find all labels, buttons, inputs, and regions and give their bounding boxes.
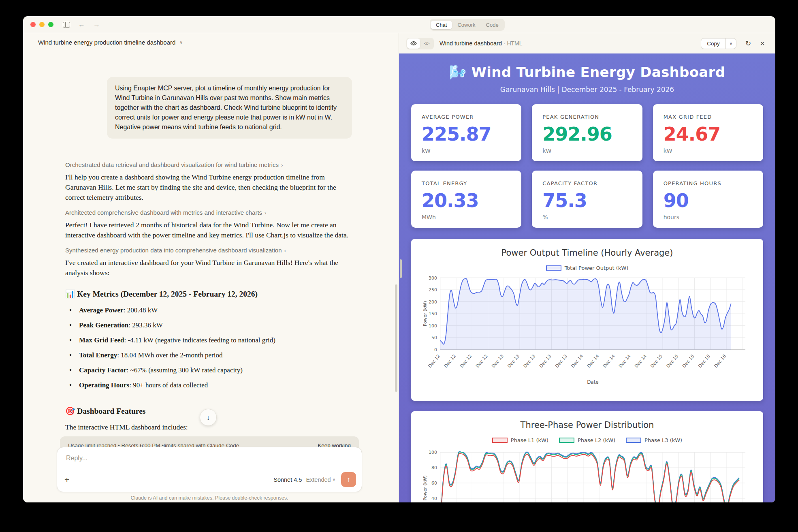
close-artifact-button[interactable]: × xyxy=(760,39,765,48)
forward-arrow-icon[interactable]: → xyxy=(93,21,100,29)
metric-value: 90 xyxy=(664,191,753,210)
back-arrow-icon[interactable]: ← xyxy=(78,21,85,29)
artifact-title-label: Wind turbine dashboard xyxy=(440,40,502,47)
tool-step[interactable]: Orchestrated data retrieval and dashboar… xyxy=(65,161,352,168)
legend-item[interactable]: Total Power Output (kW) xyxy=(546,265,629,271)
legend-item[interactable]: Phase L3 (kW) xyxy=(626,437,682,443)
svg-text:Dec 13: Dec 13 xyxy=(554,353,568,369)
reply-input[interactable]: Reply... xyxy=(66,455,87,462)
artifact-type-label: HTML xyxy=(507,40,522,47)
preview-toggle-button[interactable] xyxy=(407,38,420,49)
svg-text:80: 80 xyxy=(431,465,437,470)
metric-card: CAPACITY FACTOR75.3% xyxy=(532,171,642,228)
model-selector[interactable]: Sonnet 4.5 xyxy=(273,476,302,483)
refresh-icon: ↻ xyxy=(745,40,751,47)
three-phase-chart[interactable]: 406080100Power (kW) xyxy=(422,447,753,502)
tab-code[interactable]: Code xyxy=(481,21,504,29)
metric-card: TOTAL ENERGY20.33MWh xyxy=(411,171,521,228)
svg-text:Dec 12: Dec 12 xyxy=(475,353,489,369)
metric-label: AVERAGE POWER xyxy=(422,114,511,120)
artifact-title[interactable]: Wind turbine dashboard · HTML xyxy=(440,40,523,47)
refresh-button[interactable]: ↻ xyxy=(745,39,751,48)
wind-turbine-dashboard: 🌬️ Wind Turbine Energy Dashboard Garunav… xyxy=(399,53,775,502)
metric-card: AVERAGE POWER225.87kW xyxy=(411,104,521,161)
metric-value: 75.3 xyxy=(542,191,632,210)
tab-cowork[interactable]: Cowork xyxy=(452,21,480,29)
metric-unit: MWh xyxy=(422,214,511,220)
svg-text:Dec 14: Dec 14 xyxy=(586,353,600,369)
tool-step-label: Architected comprehensive dashboard with… xyxy=(65,209,262,216)
metric-card: OPERATING HOURS90hours xyxy=(653,171,763,228)
metric-unit: hours xyxy=(664,214,753,220)
metric-bullet: Operating Hours: 90+ hours of data colle… xyxy=(65,380,352,390)
chart-title: Three-Phase Power Distribution xyxy=(422,420,753,430)
svg-text:Dec 13: Dec 13 xyxy=(523,353,537,369)
conversation-title-label: Wind turbine energy production timeline … xyxy=(38,39,175,46)
conversation-title[interactable]: Wind turbine energy production timeline … xyxy=(38,39,183,46)
zoom-window-button[interactable] xyxy=(48,22,53,27)
metric-value: 24.67 xyxy=(664,125,753,143)
copy-split-button[interactable]: Copy ∨ xyxy=(701,38,736,49)
svg-text:Dec 15: Dec 15 xyxy=(681,353,696,369)
code-toggle-button[interactable]: </> xyxy=(420,38,433,49)
tab-chat[interactable]: Chat xyxy=(431,21,452,29)
tool-step[interactable]: Architected comprehensive dashboard with… xyxy=(65,209,352,216)
svg-text:Dec 12: Dec 12 xyxy=(443,353,457,369)
pane-resize-handle[interactable] xyxy=(400,259,402,278)
close-icon: × xyxy=(760,39,765,48)
metric-bullet: Peak Generation: 293.36 kW xyxy=(65,320,352,330)
close-window-button[interactable] xyxy=(30,22,36,27)
copy-button[interactable]: Copy xyxy=(701,38,725,49)
dashboard-title: 🌬️ Wind Turbine Energy Dashboard xyxy=(411,64,763,80)
legend-item[interactable]: Phase L1 (kW) xyxy=(492,437,548,443)
chevron-down-icon: ∨ xyxy=(333,477,335,482)
svg-text:Dec 15: Dec 15 xyxy=(666,353,680,369)
legend-label: Phase L3 (kW) xyxy=(644,437,682,443)
artifact-pane: </> Wind turbine dashboard · HTML Copy ∨… xyxy=(399,33,775,502)
metric-bullet: Average Power: 200.48 kW xyxy=(65,305,352,315)
svg-text:Dec 13: Dec 13 xyxy=(491,353,505,369)
chat-pane: Wind turbine energy production timeline … xyxy=(23,33,399,502)
legend-label: Phase L1 (kW) xyxy=(511,437,548,443)
metric-label: PEAK GENERATION xyxy=(542,114,632,120)
metric-card: PEAK GENERATION292.96kW xyxy=(532,104,642,161)
legend-swatch xyxy=(492,438,508,443)
chevron-down-icon: ∨ xyxy=(730,41,732,46)
svg-text:150: 150 xyxy=(429,311,437,316)
copy-dropdown-button[interactable]: ∨ xyxy=(725,38,736,49)
svg-text:Dec 15: Dec 15 xyxy=(650,353,664,369)
sidebar-toggle-icon[interactable] xyxy=(63,22,70,28)
send-button[interactable]: ↑ xyxy=(341,472,356,487)
metric-value: 292.96 xyxy=(542,125,632,143)
svg-text:100: 100 xyxy=(429,323,437,329)
eye-icon xyxy=(410,41,417,46)
attach-button[interactable]: + xyxy=(64,475,69,485)
titlebar: ← → ChatCoworkCode xyxy=(23,16,775,33)
svg-text:60: 60 xyxy=(431,481,437,486)
svg-text:Dec 14: Dec 14 xyxy=(618,353,632,369)
legend-swatch xyxy=(559,438,574,443)
legend-swatch xyxy=(626,438,641,443)
metric-bullet: Capacity Factor: ~67% (assuming 300 kW r… xyxy=(65,365,352,375)
mode-tabs: ChatCoworkCode xyxy=(430,19,505,31)
reply-composer[interactable]: Reply... + Sonnet 4.5 Extended ∨ ↑ xyxy=(57,447,362,492)
metric-unit: kW xyxy=(664,147,753,154)
assistant-paragraph: I've created an interactive dashboard fo… xyxy=(65,258,352,278)
svg-text:Dec 14: Dec 14 xyxy=(634,353,648,369)
svg-text:200: 200 xyxy=(429,299,437,305)
scroll-to-bottom-button[interactable]: ↓ xyxy=(200,409,217,426)
chat-scrollbar[interactable] xyxy=(395,284,397,392)
legend-item[interactable]: Phase L2 (kW) xyxy=(559,437,615,443)
mode-selector[interactable]: Extended xyxy=(306,476,331,483)
svg-text:0: 0 xyxy=(434,347,437,353)
assistant-paragraph: I'll help you create a dashboard showing… xyxy=(65,172,352,203)
svg-text:Date: Date xyxy=(587,379,599,385)
tool-step[interactable]: Synthesized energy production data into … xyxy=(65,247,352,254)
legend-label: Total Power Output (kW) xyxy=(565,265,629,271)
svg-text:250: 250 xyxy=(429,287,437,293)
chevron-right-icon: › xyxy=(284,248,286,254)
chevron-right-icon: › xyxy=(265,210,266,216)
minimize-window-button[interactable] xyxy=(39,22,45,27)
artifact-header: </> Wind turbine dashboard · HTML Copy ∨… xyxy=(399,33,775,53)
power-timeline-chart[interactable]: 050100150200250300Dec 12Dec 12Dec 12Dec … xyxy=(422,275,753,397)
